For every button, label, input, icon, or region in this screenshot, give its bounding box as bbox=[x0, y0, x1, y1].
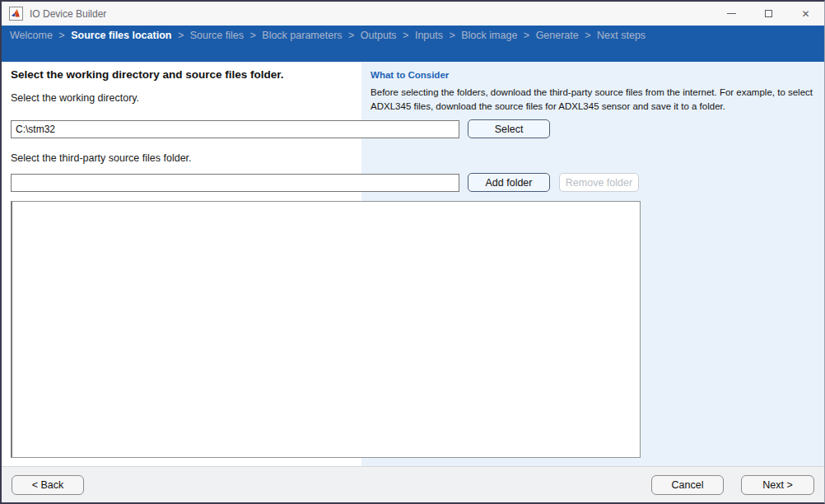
wizard-breadcrumb: Welcome > Source files location > Source… bbox=[2, 26, 824, 62]
source-folders-listbox[interactable] bbox=[11, 201, 641, 458]
breadcrumb-item-source-files-location[interactable]: Source files location bbox=[71, 30, 171, 41]
breadcrumb-item-source-files[interactable]: Source files bbox=[190, 30, 244, 41]
breadcrumb-item-block-parameters[interactable]: Block parameters bbox=[262, 30, 342, 41]
matlab-logo-glyph bbox=[11, 8, 21, 19]
breadcrumb-item-outputs[interactable]: Outputs bbox=[361, 30, 397, 41]
breadcrumb-item-generate[interactable]: Generate bbox=[536, 30, 579, 41]
footer-bar: < Back Cancel Next > bbox=[2, 466, 824, 502]
working-directory-input[interactable] bbox=[11, 120, 459, 138]
select-directory-button[interactable]: Select bbox=[468, 119, 550, 138]
content-panel: Select the working directory and source … bbox=[2, 62, 361, 466]
source-folder-label: Select the third-party source files fold… bbox=[11, 152, 192, 164]
sidebar-heading: What to Consider bbox=[371, 70, 814, 80]
breadcrumb-item-welcome[interactable]: Welcome bbox=[10, 30, 53, 41]
maximize-icon bbox=[765, 10, 772, 17]
close-button[interactable]: ✕ bbox=[787, 2, 824, 26]
breadcrumb-separator: > bbox=[58, 30, 64, 41]
breadcrumb-separator: > bbox=[585, 30, 590, 41]
breadcrumb-separator: > bbox=[524, 30, 529, 41]
maximize-button[interactable] bbox=[750, 2, 787, 26]
breadcrumb-item-block-image[interactable]: Block image bbox=[461, 30, 517, 41]
footer-right-buttons: Cancel Next > bbox=[651, 475, 814, 495]
breadcrumb-separator: > bbox=[449, 30, 454, 41]
breadcrumb-separator: > bbox=[348, 30, 354, 41]
title-bar: IO Device Builder ✕ bbox=[2, 2, 824, 26]
breadcrumb-separator: > bbox=[178, 30, 184, 41]
source-folder-input[interactable] bbox=[11, 174, 459, 192]
cancel-button[interactable]: Cancel bbox=[651, 475, 724, 495]
remove-folder-button: Remove folder bbox=[559, 173, 639, 192]
main-area: Select the working directory and source … bbox=[2, 62, 824, 466]
sidebar-help-text: Before selecting the folders, download t… bbox=[371, 86, 814, 114]
next-button[interactable]: Next > bbox=[741, 475, 814, 495]
breadcrumb-item-inputs[interactable]: Inputs bbox=[415, 30, 443, 41]
page-title: Select the working directory and source … bbox=[11, 68, 284, 81]
breadcrumb-item-next-steps[interactable]: Next steps bbox=[597, 30, 646, 41]
breadcrumb-separator: > bbox=[250, 30, 256, 41]
window-controls: ✕ bbox=[713, 2, 824, 26]
close-icon: ✕ bbox=[801, 9, 809, 19]
breadcrumb-separator: > bbox=[403, 30, 408, 41]
io-device-builder-window: IO Device Builder ✕ Welcome > Source fil… bbox=[0, 0, 825, 504]
minimize-icon bbox=[727, 13, 736, 14]
working-directory-label: Select the working directory. bbox=[11, 92, 139, 104]
matlab-logo-icon bbox=[9, 7, 23, 21]
minimize-button[interactable] bbox=[713, 2, 750, 26]
window-title: IO Device Builder bbox=[30, 8, 106, 20]
add-folder-button[interactable]: Add folder bbox=[468, 173, 550, 192]
back-button[interactable]: < Back bbox=[12, 475, 84, 495]
